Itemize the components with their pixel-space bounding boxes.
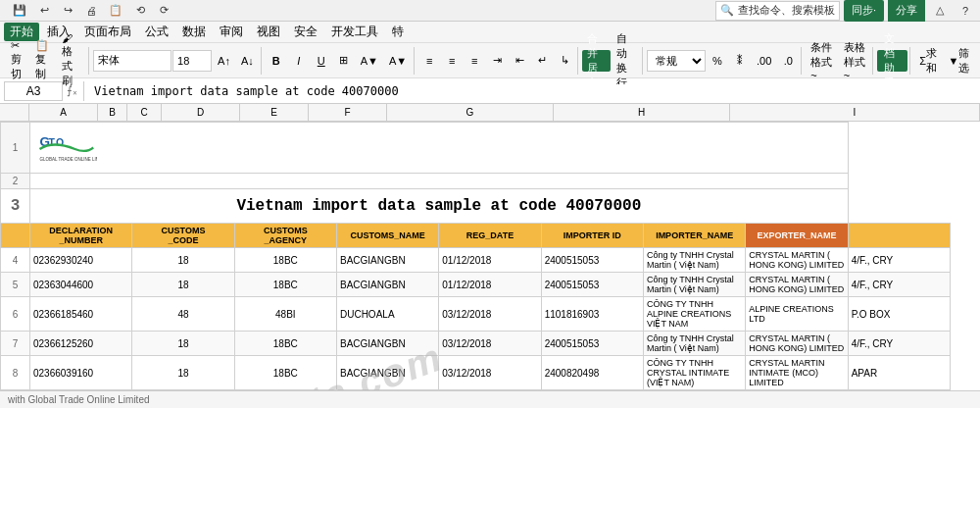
col-header-h[interactable]: H <box>554 104 730 121</box>
quick-access-toolbar[interactable]: 💾 ↩ ↪ 🖨 📋 ⟲ ⟳ <box>4 0 178 22</box>
percent-button[interactable]: % <box>707 50 728 72</box>
cell-declaration-3[interactable]: 02366125260 <box>30 332 132 356</box>
align-center-button[interactable]: ≡ <box>441 50 463 72</box>
menu-security[interactable]: 安全 <box>288 23 323 41</box>
triangle-icon[interactable]: △ <box>929 0 951 22</box>
undo2-icon[interactable]: ⟲ <box>129 0 151 22</box>
auto-wrap-button[interactable]: 自动换行 <box>612 50 640 72</box>
search-box[interactable]: 🔍 查找命令、搜索模板 <box>715 1 840 21</box>
cell-declaration-2[interactable]: 02366185460 <box>30 297 132 332</box>
cell-exporter-name-4[interactable]: CRYSTAL MARTIN INTIMATE (MCO) LIMITED <box>746 356 848 390</box>
font-size-input[interactable] <box>172 50 212 72</box>
cell-importer-id-1[interactable]: 2400515053 <box>541 273 643 297</box>
decimal-dec-button[interactable]: .0 <box>777 50 799 72</box>
cell-extra-4[interactable]: APAR <box>848 356 950 390</box>
fill-color-button[interactable]: A▼ <box>356 50 383 72</box>
cell-extra-0[interactable]: 4/F., CRY <box>848 248 950 273</box>
copy-button[interactable]: 📋 复制 <box>30 50 56 72</box>
cell-importer-name-4[interactable]: CÔNG TY TNHH CRYSTAL INTIMATE (VIỆT NAM) <box>643 356 745 390</box>
col-header-f[interactable]: F <box>309 104 387 121</box>
sum-button[interactable]: Σ 求和 <box>914 50 943 72</box>
cell-importer-name-2[interactable]: CÔNG TY TNHH ALPINE CREATIONS VIỆT NAM <box>643 297 745 332</box>
cell-customs-agency-4[interactable]: 18BC <box>234 356 336 390</box>
undo-icon[interactable]: ↩ <box>33 0 55 22</box>
indent3-button[interactable]: ↳ <box>554 50 575 72</box>
font-color-button[interactable]: A▼ <box>384 50 412 72</box>
col-header-i[interactable]: I <box>730 104 980 121</box>
format-icon[interactable]: 📋 <box>104 0 127 22</box>
redo-icon[interactable]: ↪ <box>57 0 78 22</box>
cell-importer-id-3[interactable]: 2400515053 <box>541 332 643 356</box>
redo2-icon[interactable]: ⟳ <box>153 0 174 22</box>
format-select[interactable]: 常规 <box>647 50 706 72</box>
cell-importer-id-0[interactable]: 2400515053 <box>541 248 643 273</box>
font-shrink-icon[interactable]: A↓ <box>236 50 259 72</box>
underline-button[interactable]: U <box>311 50 332 72</box>
cell-customs-name-1[interactable]: BACGIANGBN <box>336 273 438 297</box>
cell-extra-3[interactable]: 4/F., CRY <box>848 332 950 356</box>
border-button[interactable]: ⊞ <box>333 50 355 72</box>
col-header-d[interactable]: D <box>162 104 240 121</box>
font-grow-icon[interactable]: A↑ <box>213 50 235 72</box>
doc-assist-button[interactable]: 文档助手 <box>877 50 907 72</box>
cell-importer-id-4[interactable]: 2400820498 <box>541 356 643 390</box>
format-paint-button[interactable]: 🖌 格式刷 <box>57 50 86 72</box>
cut-button[interactable]: ✂ 剪切 <box>6 50 29 72</box>
cell-exporter-name-2[interactable]: ALPINE CREATIONS LTD <box>746 297 848 332</box>
cell-exporter-name-0[interactable]: CRYSTAL MARTIN ( HONG KONG) LIMITED <box>746 248 848 273</box>
bold-button[interactable]: B <box>266 50 287 72</box>
cell-customs-name-0[interactable]: BACGIANGBN <box>336 248 438 273</box>
menu-formula[interactable]: 公式 <box>139 23 174 41</box>
cell-importer-id-2[interactable]: 1101816903 <box>541 297 643 332</box>
cell-customs-code-4[interactable]: 18 <box>132 356 234 390</box>
cell-exporter-name-1[interactable]: CRYSTAL MARTIN ( HONG KONG) LIMITED <box>746 273 848 297</box>
menu-dev-tools[interactable]: 开发工具 <box>325 23 384 41</box>
cell-customs-code-1[interactable]: 18 <box>132 273 234 297</box>
cell-reg-date-1[interactable]: 01/12/2018 <box>439 273 541 297</box>
help-icon[interactable]: ? <box>955 0 976 22</box>
cell-customs-name-4[interactable]: BACGIANGBN <box>336 356 438 390</box>
col-header-a[interactable]: A <box>29 104 98 121</box>
col-header-e[interactable]: E <box>240 104 309 121</box>
cell-importer-name-0[interactable]: Công ty TNHH Crystal Martin ( Việt Nam) <box>643 248 745 273</box>
cell-declaration-1[interactable]: 02363044600 <box>30 273 132 297</box>
cell-reg-date-3[interactable]: 03/12/2018 <box>439 332 541 356</box>
cell-declaration-0[interactable]: 02362930240 <box>30 248 132 273</box>
cell-customs-agency-3[interactable]: 18BC <box>234 332 336 356</box>
cell-importer-name-3[interactable]: Công ty TNHH Crystal Martin ( Việt Nam) <box>643 332 745 356</box>
cell-customs-agency-1[interactable]: 18BC <box>234 273 336 297</box>
col-header-b[interactable]: B <box>98 104 127 121</box>
cell-customs-agency-2[interactable]: 48BI <box>234 297 336 332</box>
indent-button[interactable]: ⇥ <box>486 50 508 72</box>
cell-reg-date-0[interactable]: 01/12/2018 <box>439 248 541 273</box>
formula-input[interactable] <box>90 84 976 98</box>
cell-customs-code-0[interactable]: 18 <box>132 248 234 273</box>
cell-reg-date-4[interactable]: 03/12/2018 <box>439 356 541 390</box>
cell-extra-1[interactable]: 4/F., CRY <box>848 273 950 297</box>
filter-button[interactable]: ▼ 筛选 <box>944 50 974 72</box>
menu-review[interactable]: 审阅 <box>214 23 249 41</box>
col-header-c[interactable]: C <box>127 104 162 121</box>
cell-extra-2[interactable]: P.O BOX <box>848 297 950 332</box>
merge-center-button[interactable]: 合并居中 <box>582 50 611 72</box>
outdent-button[interactable]: ⇤ <box>509 50 530 72</box>
font-name-input[interactable] <box>93 50 172 72</box>
menu-special[interactable]: 特 <box>386 23 410 41</box>
comma-button[interactable]: ⁑ <box>729 50 751 72</box>
cell-customs-name-3[interactable]: BACGIANGBN <box>336 332 438 356</box>
cell-customs-agency-0[interactable]: 18BC <box>234 248 336 273</box>
save-icon[interactable]: 💾 <box>8 0 31 22</box>
print-icon[interactable]: 🖨 <box>80 0 102 22</box>
italic-button[interactable]: I <box>288 50 310 72</box>
share-button[interactable]: 分享 <box>888 0 925 22</box>
cell-reference-input[interactable] <box>4 81 63 101</box>
indent2-button[interactable]: ↵ <box>531 50 553 72</box>
cell-declaration-4[interactable]: 02366039160 <box>30 356 132 390</box>
table-style-button[interactable]: 表格样式~ <box>839 50 870 72</box>
cell-customs-name-2[interactable]: DUCHOALA <box>336 297 438 332</box>
decimal-inc-button[interactable]: .00 <box>752 50 776 72</box>
cell-reg-date-2[interactable]: 03/12/2018 <box>439 297 541 332</box>
cell-customs-code-2[interactable]: 48 <box>132 297 234 332</box>
cell-exporter-name-3[interactable]: CRYSTAL MARTIN ( HONG KONG) LIMITED <box>746 332 848 356</box>
cell-importer-name-1[interactable]: Công ty TNHH Crystal Martin ( Việt Nam) <box>643 273 745 297</box>
